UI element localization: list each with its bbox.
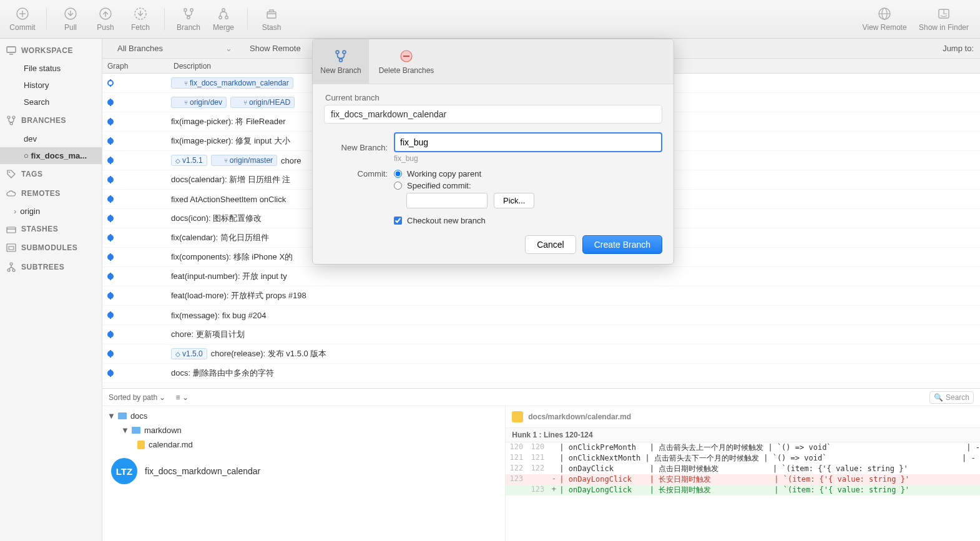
sort-dropdown[interactable]: Sorted by path ⌄ xyxy=(109,393,165,402)
diff-line: 120120| onClickPreMonth | 点击箭头去上一个月的时候触发… xyxy=(506,442,980,453)
svg-point-31 xyxy=(343,51,346,54)
svg-point-30 xyxy=(336,51,339,54)
stash-icon xyxy=(6,225,16,233)
tree-file-calendar[interactable]: calendar.md xyxy=(107,437,500,452)
sidebar-branch-fix-docs[interactable]: ○ fix_docs_ma... xyxy=(0,147,102,164)
branch-button[interactable]: Branch xyxy=(171,2,206,37)
graph-dot xyxy=(107,370,114,376)
tab-new-branch-label: New Branch xyxy=(320,66,361,75)
sidebar-item-history[interactable]: History xyxy=(0,77,102,94)
stash-button[interactable]: Stash xyxy=(254,2,289,37)
detail-toolbar: Sorted by path ⌄ ≡ ⌄ 🔍 Search xyxy=(102,389,980,406)
radio-working-input[interactable] xyxy=(394,170,402,178)
graph-dot xyxy=(107,312,114,318)
commit-row[interactable]: feat(input-number): 开放 input ty xyxy=(102,267,980,286)
show-in-finder-button[interactable]: Show in Finder xyxy=(913,2,975,37)
sidebar-section-stashes[interactable]: STASHES xyxy=(0,220,102,238)
svg-point-32 xyxy=(340,59,343,62)
search-placeholder: Search xyxy=(946,393,969,402)
tab-new-branch[interactable]: New Branch xyxy=(313,39,369,84)
commit-button[interactable]: Commit xyxy=(5,2,40,37)
sidebar-section-submodules[interactable]: SUBMODULES xyxy=(0,238,102,257)
pick-button[interactable]: Pick... xyxy=(494,193,534,208)
cancel-button[interactable]: Cancel xyxy=(525,235,576,254)
create-branch-button[interactable]: Create Branch xyxy=(582,235,662,254)
tab-delete-branches[interactable]: Delete Branches xyxy=(369,39,444,84)
file-search-box[interactable]: 🔍 Search xyxy=(929,391,974,404)
graph-dot xyxy=(107,80,114,86)
file-name: calendar.md xyxy=(149,440,193,449)
disclosure-triangle-icon: ▼ xyxy=(121,426,129,435)
view-mode-toggle[interactable]: ≡ ⌄ xyxy=(175,393,188,402)
radio-specified-commit[interactable]: Specified commit: xyxy=(394,181,662,190)
chevron-down-icon: ⌄ xyxy=(182,393,189,402)
commit-row[interactable]: feat(load-more): 开放样式 props #198 xyxy=(102,286,980,306)
jump-to-label: Jump to: xyxy=(943,44,974,53)
graph-dot xyxy=(107,157,114,163)
specified-commit-input[interactable] xyxy=(406,193,488,208)
sidebar-section-branches[interactable]: BRANCHES xyxy=(0,110,102,130)
commit-message: chore: 更新项目计划 xyxy=(171,329,245,340)
sidebar-section-tags[interactable]: TAGS xyxy=(0,164,102,184)
branch-tag: ⑂origin/master xyxy=(211,155,277,166)
sidebar-section-workspace[interactable]: WORKSPACE xyxy=(0,41,102,60)
commit-row[interactable]: fix(message): fix bug #204 xyxy=(102,306,980,325)
tags-label: TAGS xyxy=(21,170,42,178)
graph-dot xyxy=(107,273,114,280)
show-remote-toggle[interactable]: Show Remote xyxy=(250,44,301,53)
merge-label: Merge xyxy=(213,23,234,32)
push-button[interactable]: Push xyxy=(88,2,123,37)
svg-point-29 xyxy=(12,269,15,271)
stash-label: Stash xyxy=(262,23,282,32)
graph-dot xyxy=(107,196,114,202)
current-branch-label: Current branch xyxy=(324,93,662,102)
checkout-checkbox[interactable] xyxy=(394,217,402,225)
branch-filter-dropdown[interactable]: All Branches ⌄ xyxy=(112,44,237,53)
avatar: LTZ xyxy=(111,458,137,484)
commit-row[interactable]: v1.5.0chore(release): 发布 v1.5.0 版本 xyxy=(102,344,980,364)
sidebar-item-file-status[interactable]: File status xyxy=(0,60,102,77)
tree-folder-docs[interactable]: ▼ docs xyxy=(107,409,500,423)
pull-button[interactable]: Pull xyxy=(53,2,88,37)
sidebar-remote-origin[interactable]: origin xyxy=(0,203,102,220)
svg-point-27 xyxy=(10,263,12,265)
commit-row[interactable]: docs: 删除路由中多余的字符 xyxy=(102,364,980,383)
merge-icon xyxy=(216,6,231,21)
file-icon xyxy=(137,441,145,449)
graph-dot xyxy=(107,254,114,260)
diff-lines[interactable]: 120120| onClickPreMonth | 点击箭头去上一个月的时候触发… xyxy=(506,442,980,495)
diff-line: 121121| onClickNextMonth | 点击箭头去下一个月的时候触… xyxy=(506,453,980,464)
commit-row[interactable]: chore: 更新项目计划 xyxy=(102,325,980,344)
col-header-graph[interactable]: Graph xyxy=(102,62,171,71)
commit-message: feat(load-more): 开放样式 props #198 xyxy=(171,290,306,301)
branches-label: BRANCHES xyxy=(21,116,66,125)
commit-message: fix(calendar): 简化日历组件 xyxy=(171,232,269,243)
commit-message: fix(message): fix bug #204 xyxy=(171,311,266,320)
radio-specified-input[interactable] xyxy=(394,182,402,190)
new-branch-input[interactable] xyxy=(394,132,662,152)
merge-button[interactable]: Merge xyxy=(206,2,241,37)
commit-label: Commit xyxy=(9,23,35,32)
file-tree: ▼ docs ▼ markdown calendar.md LTZ fix_do… xyxy=(102,406,506,541)
monitor-icon xyxy=(6,46,16,55)
diff-file-path: docs/markdown/calendar.md xyxy=(528,412,631,421)
current-branch-field: fix_docs_markdown_calendar xyxy=(324,105,662,124)
radio-working-copy[interactable]: Working copy parent xyxy=(394,169,662,178)
push-label: Push xyxy=(97,23,114,32)
chevron-down-icon: ⌄ xyxy=(159,393,165,402)
sidebar-section-remotes[interactable]: REMOTES xyxy=(0,184,102,203)
sidebar-section-subtrees[interactable]: SUBTREES xyxy=(0,257,102,277)
sidebar-branch-dev[interactable]: dev xyxy=(0,130,102,147)
stash-icon xyxy=(264,6,279,21)
view-remote-button[interactable]: View Remote xyxy=(856,2,913,37)
branch-tag: ⑂origin/HEAD xyxy=(230,97,295,108)
tree-folder-markdown[interactable]: ▼ markdown xyxy=(107,423,500,437)
globe-icon xyxy=(877,6,892,21)
svg-point-6 xyxy=(184,9,187,11)
fetch-button[interactable]: Fetch xyxy=(123,2,158,37)
sidebar-item-search[interactable]: Search xyxy=(0,94,102,110)
svg-point-22 xyxy=(9,172,10,173)
commit-message: fix(image-picker): 将 FileReader xyxy=(171,116,286,127)
checkout-checkbox-row[interactable]: Checkout new branch xyxy=(394,216,662,225)
subtree-icon xyxy=(6,262,16,272)
